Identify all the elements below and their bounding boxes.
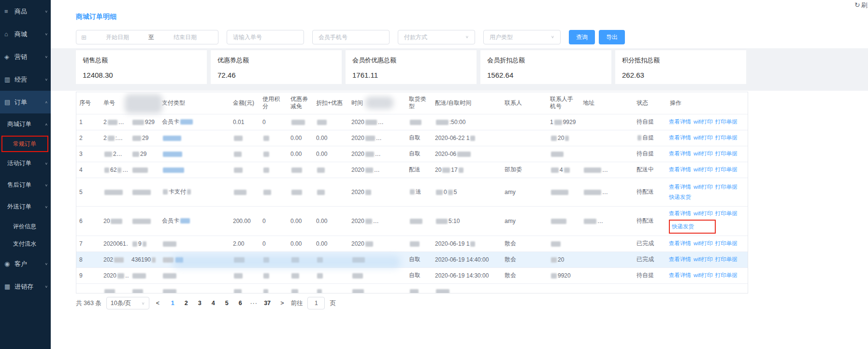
- wifi-print-link[interactable]: wifi打印: [694, 149, 713, 159]
- table-cell: 待配送: [634, 206, 667, 236]
- start-date-input[interactable]: 开始日期: [89, 33, 145, 42]
- print-receipt-link[interactable]: 打印单据: [715, 209, 738, 219]
- pagination-page-5[interactable]: 5: [220, 297, 233, 309]
- table-cell: 0.00: [313, 206, 348, 236]
- wifi-print-link[interactable]: wifi打印: [694, 182, 713, 192]
- pagination-page-3[interactable]: 3: [193, 297, 206, 309]
- sidebar-item-13[interactable]: ▦进销存∨: [0, 275, 51, 298]
- table-cell: 2020-06-22 1: [432, 130, 502, 146]
- sidebar: ≡商品∨⌂商城∨◈营销∨▥经营∨▤订单∧商城订单∧常规订单活动订单∨售后订单∨外…: [0, 0, 51, 349]
- end-date-input[interactable]: 结束日期: [157, 33, 213, 42]
- redacted-text: [111, 219, 122, 224]
- table-row: 12…929会员卡0.0102020…:50:0019929待自提查看详情wif…: [76, 114, 748, 130]
- sidebar-item-label: 售后订单: [7, 181, 44, 189]
- view-details-link[interactable]: 查看详情: [669, 133, 691, 143]
- goto-page-input[interactable]: [307, 297, 325, 309]
- view-details-link[interactable]: 查看详情: [669, 238, 691, 249]
- print-receipt-link[interactable]: 打印单据: [715, 149, 738, 159]
- pagination-total: 共 363 条: [76, 299, 101, 307]
- redacted-text: [365, 241, 373, 247]
- print-receipt-link[interactable]: 打印单据: [715, 165, 738, 175]
- redacted-text: [163, 168, 184, 173]
- sidebar-item-4[interactable]: ▤订单∧: [0, 91, 51, 113]
- wifi-print-link[interactable]: wifi打印: [694, 165, 713, 175]
- sidebar-item-5[interactable]: 商城订单∧: [0, 113, 51, 135]
- table-cell: 2:…: [101, 130, 129, 146]
- chevron-down-icon: ∨: [44, 262, 48, 266]
- pagination-page-6[interactable]: 6: [234, 297, 246, 309]
- sidebar-item-8[interactable]: 售后订单∨: [0, 174, 51, 196]
- sidebar-item-12[interactable]: ◉客户∨: [0, 252, 51, 275]
- sidebar-item-label: 活动订单: [7, 159, 44, 168]
- view-details-link[interactable]: 查看详情: [669, 117, 691, 127]
- print-receipt-link[interactable]: 打印单据: [715, 254, 738, 265]
- print-receipt-link[interactable]: 打印单据: [715, 270, 738, 280]
- payment-type-select[interactable]: 付款方式 ∨: [398, 30, 475, 44]
- chevron-down-icon: ∨: [44, 10, 48, 14]
- redacted-text: [317, 120, 327, 125]
- table-cell: 2020…: [348, 206, 406, 236]
- page-size-select[interactable]: 10条/页 ∨: [106, 297, 149, 309]
- export-button[interactable]: 导出: [599, 30, 625, 44]
- user-type-select[interactable]: 用户类型 ∨: [483, 30, 561, 44]
- view-details-link[interactable]: 查看详情: [669, 149, 691, 159]
- member-phone-input[interactable]: 会员手机号: [312, 30, 390, 44]
- print-receipt-link[interactable]: 打印单据: [715, 133, 738, 143]
- wifi-print-link[interactable]: wifi打印: [694, 133, 713, 143]
- view-details-link[interactable]: 查看详情: [669, 270, 691, 280]
- prev-page-button[interactable]: <: [154, 300, 161, 307]
- sidebar-item-10[interactable]: 评价信息: [0, 218, 51, 235]
- sidebar-item-7[interactable]: 活动订单∨: [0, 153, 51, 174]
- sidebar-item-2[interactable]: ◈营销∨: [0, 45, 51, 68]
- view-details-link[interactable]: 查看详情: [669, 165, 691, 175]
- next-page-button[interactable]: >: [278, 300, 286, 307]
- order-no-input[interactable]: 请输入单号: [227, 30, 304, 44]
- pagination-page-4[interactable]: 4: [207, 297, 219, 309]
- redacted-text: [551, 136, 557, 141]
- pagination-page-37[interactable]: 37: [261, 297, 274, 309]
- sidebar-item-0[interactable]: ≡商品∨: [0, 0, 51, 23]
- sidebar-item-9[interactable]: 外送订单∨: [0, 196, 51, 218]
- sidebar-item-1[interactable]: ⌂商城∨: [0, 23, 51, 45]
- table-cell: [230, 283, 260, 293]
- wifi-print-link[interactable]: wifi打印: [694, 270, 713, 280]
- sidebar-item-3[interactable]: ▥经营∨: [0, 68, 51, 91]
- table-cell: 20: [547, 251, 580, 267]
- table-cell: 2020: [348, 178, 406, 206]
- table-cell: 0.00: [288, 130, 313, 146]
- table-cell: [580, 251, 634, 267]
- wifi-print-link[interactable]: wifi打印: [694, 238, 713, 249]
- sidebar-item-6[interactable]: 常规订单: [0, 135, 51, 153]
- wifi-print-link[interactable]: wifi打印: [694, 209, 713, 219]
- wifi-print-link[interactable]: wifi打印: [694, 117, 713, 127]
- view-details-link[interactable]: 查看详情: [669, 254, 691, 265]
- date-range-picker[interactable]: ⊞ 开始日期 至 结束日期: [76, 30, 218, 44]
- sidebar-item-14[interactable]: ▧资金∨: [0, 341, 51, 349]
- column-header: 支付类型: [159, 92, 230, 114]
- table-cell: [101, 178, 129, 206]
- view-details-link[interactable]: 查看详情: [669, 182, 691, 192]
- table-cell: 19929: [547, 114, 580, 130]
- table-cell: [580, 267, 634, 283]
- annotation-box: 快递发货: [669, 220, 716, 234]
- express-ship-link[interactable]: 快递发货: [672, 222, 694, 232]
- wifi-print-link[interactable]: wifi打印: [694, 254, 713, 265]
- redacted-text: [317, 289, 322, 293]
- print-receipt-link[interactable]: 打印单据: [715, 117, 738, 127]
- pagination-page-1[interactable]: 1: [166, 297, 179, 309]
- table-cell-actions: [667, 283, 748, 293]
- pagination-page-2[interactable]: 2: [180, 297, 192, 309]
- table-cell: [432, 283, 502, 293]
- table-cell-actions: 查看详情wifi打印打印单据快递发货: [667, 206, 748, 236]
- search-button[interactable]: 查询: [569, 30, 595, 44]
- table-row: 92020…自取2020-06-19 14:30:00散会9920待自提查看详情…: [76, 267, 748, 283]
- print-receipt-link[interactable]: 打印单据: [715, 238, 738, 249]
- refresh-button[interactable]: ↻刷新: [854, 1, 868, 10]
- print-receipt-link[interactable]: 打印单据: [715, 182, 738, 192]
- redacted-text: [436, 190, 443, 195]
- view-details-link[interactable]: 查看详情: [669, 209, 691, 219]
- redacted-text: [163, 152, 182, 157]
- express-ship-link[interactable]: 快递发货: [669, 192, 691, 202]
- filter-buttons: 查询 导出: [569, 30, 625, 44]
- sidebar-item-11[interactable]: 支付流水: [0, 235, 51, 252]
